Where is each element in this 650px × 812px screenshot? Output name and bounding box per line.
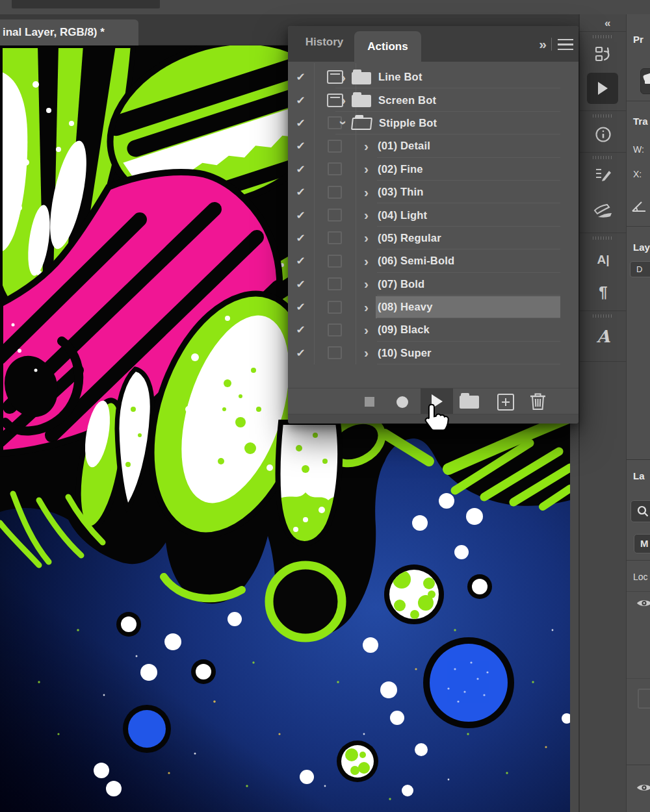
- layer-thumbnail-slot[interactable]: [638, 689, 650, 709]
- action-row[interactable]: ✓ ›(02) Fine: [288, 158, 578, 181]
- chevron-right-icon[interactable]: ›: [341, 94, 346, 106]
- history-panel-icon[interactable]: [588, 42, 619, 68]
- chevron-right-icon[interactable]: ›: [364, 324, 369, 336]
- action-set-label[interactable]: Line Bot: [378, 71, 422, 83]
- new-set-button[interactable]: [460, 396, 479, 409]
- panel-icon-sidebar: «: [578, 14, 626, 812]
- chevron-right-icon[interactable]: ›: [364, 255, 369, 267]
- layers-search-button[interactable]: [630, 500, 650, 522]
- properties-tool-button[interactable]: [640, 68, 650, 94]
- layer-visibility-eye-icon[interactable]: [636, 598, 650, 611]
- chevron-right-icon[interactable]: ›: [364, 209, 369, 221]
- modal-checkbox[interactable]: [328, 209, 342, 222]
- tab-actions[interactable]: Actions: [354, 31, 421, 62]
- paragraph-panel-icon[interactable]: ¶: [588, 279, 619, 305]
- record-button[interactable]: [396, 396, 408, 408]
- collapse-panels-icon[interactable]: «: [604, 17, 610, 30]
- actions-list: ✓ ›Line Bot ✓ ›Screen Bot ✓ ›Stipple Bot…: [288, 66, 578, 364]
- action-label[interactable]: (04) Light: [378, 209, 427, 222]
- action-label[interactable]: (03) Thin: [378, 186, 424, 198]
- modal-checkbox[interactable]: [328, 186, 342, 199]
- action-row-selected[interactable]: ✓ ›(08) Heavy: [288, 296, 578, 318]
- modal-checkbox[interactable]: [328, 301, 342, 314]
- action-row[interactable]: ✓ ›(06) Semi-Bold: [288, 249, 578, 272]
- layer-visibility-eye-icon[interactable]: [636, 782, 650, 796]
- include-check-icon[interactable]: ✓: [296, 209, 306, 222]
- include-check-icon[interactable]: ✓: [296, 232, 306, 244]
- include-check-icon[interactable]: ✓: [296, 94, 306, 107]
- chevron-down-icon[interactable]: ›: [338, 121, 350, 125]
- modal-dialog-icon[interactable]: [327, 94, 343, 107]
- include-check-icon[interactable]: ✓: [296, 347, 306, 359]
- panel-menu-icon[interactable]: [558, 39, 573, 50]
- include-check-icon[interactable]: ✓: [296, 140, 306, 152]
- delete-button[interactable]: [529, 391, 547, 414]
- tab-history[interactable]: History: [294, 36, 354, 49]
- angle-icon: [631, 199, 647, 216]
- info-panel-icon[interactable]: [588, 121, 619, 147]
- include-check-icon[interactable]: ✓: [296, 324, 306, 336]
- action-set-label[interactable]: Stipple Bot: [379, 117, 437, 129]
- modal-checkbox[interactable]: [328, 162, 342, 175]
- include-check-icon[interactable]: ✓: [296, 117, 306, 129]
- brush-settings-panel-icon[interactable]: [588, 161, 619, 187]
- include-check-icon[interactable]: ✓: [296, 301, 306, 313]
- action-row[interactable]: ✓ ›(07) Bold: [288, 273, 578, 296]
- play-icon: [432, 394, 443, 409]
- stop-button[interactable]: [365, 397, 374, 407]
- toolbar-remnant: [12, 0, 160, 8]
- new-action-button[interactable]: [497, 394, 514, 411]
- chevron-right-icon[interactable]: ›: [364, 347, 369, 359]
- action-label[interactable]: (02) Fine: [378, 163, 423, 175]
- action-label[interactable]: (09) Black: [378, 324, 430, 336]
- action-row[interactable]: ✓ ›(01) Detail: [288, 134, 578, 157]
- lock-section-label: Loc: [633, 572, 648, 582]
- play-button[interactable]: [421, 388, 453, 414]
- action-set-row[interactable]: ✓ ›Stipple Bot: [288, 112, 578, 134]
- action-row[interactable]: ✓ ›(03) Thin: [288, 181, 578, 203]
- include-check-icon[interactable]: ✓: [296, 278, 306, 290]
- brushes-panel-icon[interactable]: [588, 198, 619, 224]
- chevron-right-icon[interactable]: ›: [364, 186, 369, 198]
- modal-checkbox[interactable]: [328, 255, 342, 268]
- include-check-icon[interactable]: ✓: [296, 71, 306, 83]
- action-row[interactable]: ✓ ›(05) Regular: [288, 227, 578, 249]
- action-row[interactable]: ✓ ›(04) Light: [288, 203, 578, 226]
- modal-checkbox[interactable]: [328, 140, 342, 153]
- document-tab[interactable]: inal Layer, RGB/8) *: [0, 19, 138, 45]
- action-row[interactable]: ✓ ›(09) Black: [288, 318, 578, 341]
- blend-mode-button[interactable]: M: [634, 534, 650, 553]
- action-label[interactable]: (06) Semi-Bold: [378, 255, 454, 267]
- chevron-right-icon[interactable]: ›: [364, 140, 369, 152]
- chevron-right-icon[interactable]: ›: [364, 278, 369, 290]
- modal-checkbox[interactable]: [328, 277, 342, 290]
- actions-panel-icon[interactable]: [587, 73, 618, 104]
- include-check-icon[interactable]: ✓: [296, 186, 306, 198]
- collapse-panel-icon[interactable]: »: [539, 37, 545, 51]
- d-dropdown-button[interactable]: D: [630, 261, 650, 277]
- action-label[interactable]: (07) Bold: [378, 278, 424, 290]
- glyphs-panel-icon[interactable]: A: [588, 324, 619, 349]
- folder-icon: [352, 72, 371, 84]
- modal-checkbox[interactable]: [328, 231, 342, 244]
- action-set-row[interactable]: ✓ ›Screen Bot: [288, 88, 578, 111]
- action-set-label[interactable]: Screen Bot: [378, 94, 436, 107]
- character-panel-icon[interactable]: A|: [588, 247, 619, 273]
- chevron-right-icon[interactable]: ›: [364, 163, 369, 175]
- chevron-right-icon[interactable]: ›: [364, 232, 369, 244]
- modal-dialog-icon[interactable]: [327, 70, 343, 84]
- modal-checkbox[interactable]: [328, 324, 342, 336]
- action-label[interactable]: (05) Regular: [378, 232, 441, 244]
- action-label[interactable]: (01) Detail: [378, 140, 430, 152]
- action-label[interactable]: (10) Super: [378, 347, 432, 359]
- include-check-icon[interactable]: ✓: [296, 255, 306, 267]
- divider: [551, 38, 552, 51]
- include-check-icon[interactable]: ✓: [296, 163, 306, 175]
- action-set-row[interactable]: ✓ ›Line Bot: [288, 66, 578, 88]
- modal-checkbox[interactable]: [328, 346, 342, 359]
- chevron-right-icon[interactable]: ›: [364, 301, 369, 313]
- action-label[interactable]: (08) Heavy: [378, 301, 433, 313]
- photoshop-app: inal Layer, RGB/8) *: [0, 0, 650, 812]
- action-row[interactable]: ✓ ›(10) Super: [288, 342, 578, 364]
- chevron-right-icon[interactable]: ›: [341, 71, 346, 83]
